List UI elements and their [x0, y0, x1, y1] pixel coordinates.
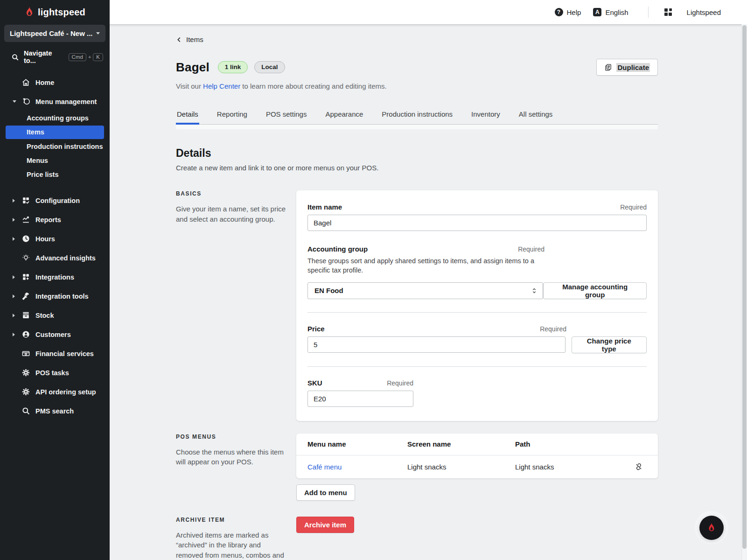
link-count-badge: 1 link [218, 61, 248, 73]
sidebar-item-stock[interactable]: Stock [0, 306, 110, 325]
sidebar: lightspeed Lightspeed Café - New ... Nav… [0, 0, 110, 560]
pos-menus-section-label: POS MENUS [176, 434, 284, 440]
caret-right-icon [13, 333, 15, 336]
apps-grid-icon[interactable] [664, 8, 672, 16]
table-header-row: Menu name Screen name Path [296, 434, 658, 455]
search-icon [21, 406, 30, 415]
pos-menus-section-desc: Choose the menus where this item will ap… [176, 447, 287, 468]
sidebar-item-financial-services[interactable]: Financial services [0, 344, 110, 363]
sidebar-item-pos-tasks[interactable]: POS tasks [0, 363, 110, 382]
kbd-plus: + [88, 54, 91, 60]
duplicate-button[interactable]: Duplicate [596, 59, 658, 76]
basics-section-desc: Give your item a name, set its price and… [176, 204, 287, 224]
home-icon [21, 78, 30, 87]
business-selector[interactable]: Lightspeed Café - New ... [4, 25, 105, 42]
chevron-down-icon [96, 32, 100, 35]
sidebar-item-price-lists[interactable]: Price lists [0, 168, 110, 182]
price-label: Price [307, 325, 325, 333]
sidebar-item-items[interactable]: Items [6, 126, 104, 139]
sku-required: Required [387, 379, 413, 387]
tab-all-settings[interactable]: All settings [518, 110, 554, 124]
price-required: Required [540, 325, 566, 333]
sidebar-item-pms-search[interactable]: PMS search [0, 401, 110, 420]
sidebar-item-hours[interactable]: Hours [0, 229, 110, 248]
stock-icon [21, 311, 30, 320]
archive-section-desc: Archived items are marked as “archived” … [176, 530, 290, 560]
item-name-required: Required [620, 203, 647, 211]
basics-section-label: BASICS [176, 190, 284, 197]
sidebar-item-menus[interactable]: Menus [0, 154, 110, 168]
unlink-button[interactable] [635, 462, 647, 471]
help-center-link[interactable]: Help Center [203, 82, 240, 90]
archive-section: ARCHIVE ITEM Archived items are marked a… [176, 517, 658, 560]
help-icon: ? [555, 8, 563, 16]
menu-name-link[interactable]: Café menu [307, 463, 407, 471]
tab-reporting[interactable]: Reporting [216, 110, 248, 124]
divider [307, 366, 647, 367]
sku-label: SKU [307, 379, 322, 387]
archive-section-label: ARCHIVE ITEM [176, 517, 284, 523]
caret-right-icon [13, 199, 15, 203]
language-icon: A [593, 8, 601, 16]
caret-right-icon [13, 314, 15, 317]
help-button[interactable]: ? Help [555, 8, 581, 16]
accounting-group-select[interactable]: EN Food [307, 282, 543, 299]
unlink-icon [635, 462, 643, 471]
menu-management-icon [21, 97, 30, 106]
tab-inventory[interactable]: Inventory [470, 110, 501, 124]
kbd-k: K [93, 53, 103, 61]
sidebar-item-accounting-groups[interactable]: Accounting groups [0, 111, 110, 125]
accounting-group-value: EN Food [314, 287, 343, 294]
sidebar-item-advanced-insights[interactable]: Advanced insights [0, 248, 110, 267]
language-label: English [605, 8, 628, 16]
accounting-group-label: Accounting group [307, 245, 368, 253]
manage-accounting-group-button[interactable]: Manage accounting group [543, 282, 647, 299]
sidebar-item-customers[interactable]: Customers [0, 325, 110, 344]
kbd-cmd: Cmd [69, 53, 86, 61]
lightspeed-logo: lightspeed [0, 0, 110, 18]
caret-right-icon [13, 237, 15, 241]
navigate-search[interactable]: Navigate to... Cmd + K [11, 49, 103, 64]
tab-pos-settings[interactable]: POS settings [265, 110, 308, 124]
basics-card: Item name Required Accounting group Requ… [296, 190, 658, 421]
sidebar-item-integrations[interactable]: Integrations [0, 267, 110, 287]
caret-right-icon [13, 294, 15, 298]
tab-details[interactable]: Details [176, 110, 199, 124]
basics-section: BASICS Give your item a name, set its pr… [176, 190, 658, 421]
gear-icon [21, 368, 30, 377]
tab-appearance[interactable]: Appearance [324, 110, 364, 124]
help-label: Help [567, 8, 581, 16]
chat-widget-button[interactable] [699, 516, 724, 540]
item-name-label: Item name [307, 203, 342, 211]
sidebar-item-configuration[interactable]: Configuration [0, 191, 110, 210]
copy-icon [604, 63, 612, 71]
duplicate-label: Duplicate [616, 63, 650, 72]
sidebar-item-menu-management[interactable]: Menu management [0, 92, 110, 111]
sidebar-item-reports[interactable]: Reports [0, 210, 110, 229]
caret-right-icon [13, 275, 15, 279]
price-input[interactable] [307, 336, 565, 353]
vertical-scrollbar[interactable] [741, 24, 747, 560]
accounting-group-desc: These groups sort and apply shared setti… [307, 256, 548, 275]
item-name-input[interactable] [307, 215, 647, 231]
sidebar-item-production-instructions[interactable]: Production instructions [0, 140, 110, 154]
scrollbar-thumb[interactable] [742, 25, 747, 549]
pos-menus-section: POS MENUS Choose the menus where this it… [176, 434, 658, 501]
sidebar-item-home[interactable]: Home [0, 73, 110, 92]
keyboard-shortcut: Cmd + K [69, 53, 103, 61]
change-price-type-button[interactable]: Change price type [572, 336, 647, 353]
caret-down-icon [13, 100, 16, 103]
sidebar-item-api-ordering-setup[interactable]: API ordering setup [0, 382, 110, 401]
main-content: Items Bagel 1 link Local Duplicate Visit… [110, 24, 741, 560]
archive-item-button[interactable]: Archive item [296, 517, 354, 533]
add-to-menu-button[interactable]: Add to menu [296, 484, 355, 501]
language-button[interactable]: A English [593, 8, 628, 16]
section-title: Details [176, 147, 658, 160]
sku-input[interactable] [307, 391, 413, 407]
tab-production-instructions[interactable]: Production instructions [381, 110, 454, 124]
clock-icon [21, 234, 30, 243]
tab-bar: Details Reporting POS settings Appearanc… [176, 110, 658, 125]
sidebar-item-integration-tools[interactable]: Integration tools [0, 287, 110, 306]
help-text: Visit our Help Center to learn more abou… [176, 82, 658, 90]
breadcrumb[interactable]: Items [176, 35, 203, 43]
